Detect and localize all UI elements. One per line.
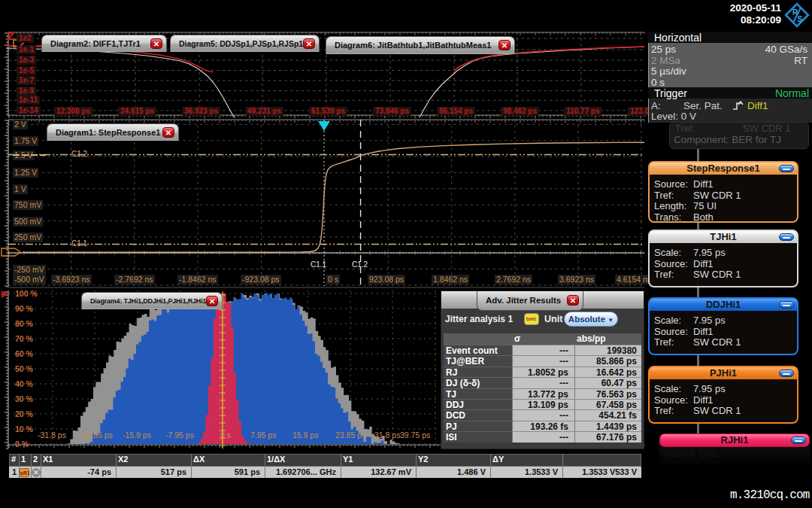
svg-text:S: S [798, 15, 803, 23]
